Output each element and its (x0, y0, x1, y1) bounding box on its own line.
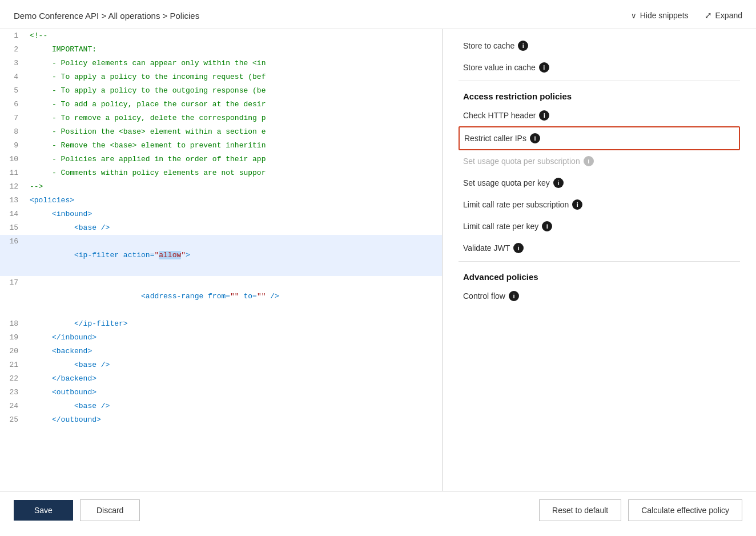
code-line: 5 - To apply a policy to the outgoing re… (0, 84, 442, 98)
header-actions: ∨ Hide snippets ⤢ Expand (631, 10, 742, 21)
code-line: 23 <outbound> (0, 386, 442, 399)
code-line: 2 IMPORTANT: (0, 43, 442, 57)
code-line: 19 </inbound> (0, 331, 442, 345)
save-button[interactable]: Save (14, 500, 73, 521)
code-line: 8 - Position the <base> element within a… (0, 125, 442, 139)
check-http-header-label: Check HTTP header (463, 111, 536, 120)
code-line: 1<!-- (0, 29, 442, 43)
expand-button[interactable]: ⤢ Expand (705, 10, 742, 21)
hide-snippets-button[interactable]: ∨ Hide snippets (631, 11, 689, 20)
code-line: 15 <base /> (0, 221, 442, 235)
code-line: 9 - Remove the <base> element to prevent… (0, 139, 442, 153)
code-editor[interactable]: 1<!-- 2 IMPORTANT: 3 - Policy elements c… (0, 29, 442, 491)
set-usage-quota-per-subscription-item: Set usage quota per subscription i (459, 150, 740, 172)
advanced-policies-title: Advanced policies (463, 272, 740, 282)
store-value-in-cache-info-icon[interactable]: i (539, 62, 549, 73)
reset-button[interactable]: Reset to default (539, 499, 621, 521)
footer: Save Discard Reset to default Calculate … (0, 491, 756, 529)
set-usage-quota-per-subscription-info-icon: i (584, 156, 594, 166)
divider (459, 81, 740, 81)
code-line: 14 <inbound> (0, 207, 442, 221)
validate-jwt-info-icon[interactable]: i (513, 243, 524, 253)
check-http-header-item[interactable]: Check HTTP header i (459, 105, 740, 126)
main-container: 1<!-- 2 IMPORTANT: 3 - Policy elements c… (0, 29, 756, 491)
store-to-cache-item[interactable]: Store to cache i (459, 35, 740, 57)
divider-2 (459, 261, 740, 262)
code-line: 6 - To add a policy, place the cursor at… (0, 98, 442, 111)
code-line: 21 <base /> (0, 358, 442, 372)
code-panel[interactable]: 1<!-- 2 IMPORTANT: 3 - Policy elements c… (0, 29, 443, 491)
store-to-cache-info-icon[interactable]: i (518, 41, 528, 51)
right-panel: Store to cache i Store value in cache i … (443, 29, 756, 491)
control-flow-info-icon[interactable]: i (509, 291, 519, 301)
store-value-in-cache-item[interactable]: Store value in cache i (459, 57, 740, 78)
limit-call-rate-per-subscription-label: Limit call rate per subscription (463, 200, 569, 209)
code-line: 24 <base /> (0, 399, 442, 413)
store-to-cache-label: Store to cache (463, 41, 514, 50)
code-line: 25 </outbound> (0, 413, 442, 427)
chevron-down-icon: ∨ (631, 11, 637, 20)
restrict-caller-ips-info-icon[interactable]: i (530, 133, 540, 143)
set-usage-quota-per-key-info-icon[interactable]: i (553, 178, 564, 188)
code-line: 20 <backend> (0, 345, 442, 358)
code-line: 11 - Comments within policy elements are… (0, 166, 442, 180)
code-line: 3 - Policy elements can appear only with… (0, 57, 442, 70)
code-line-highlighted: 16 <ip-filter action="allow"> (0, 235, 442, 276)
code-line: 10 - Policies are applied in the order o… (0, 153, 442, 166)
code-line: 17 <address-range from="" to="" /> (0, 276, 442, 317)
control-flow-label: Control flow (463, 291, 505, 301)
code-line: 13<policies> (0, 194, 442, 207)
limit-call-rate-per-subscription-info-icon[interactable]: i (572, 199, 582, 210)
restrict-caller-ips-item[interactable]: Restrict caller IPs i (459, 126, 740, 150)
validate-jwt-item[interactable]: Validate JWT i (459, 237, 740, 259)
breadcrumb: Demo Conference API > All operations > P… (14, 11, 199, 21)
store-value-in-cache-label: Store value in cache (463, 63, 536, 72)
limit-call-rate-per-subscription-item[interactable]: Limit call rate per subscription i (459, 194, 740, 215)
header: Demo Conference API > All operations > P… (0, 0, 756, 29)
set-usage-quota-per-subscription-label: Set usage quota per subscription (463, 157, 580, 166)
discard-button[interactable]: Discard (80, 499, 140, 521)
expand-icon: ⤢ (705, 10, 712, 21)
footer-right: Reset to default Calculate effective pol… (539, 499, 742, 521)
set-usage-quota-per-key-item[interactable]: Set usage quota per key i (459, 172, 740, 194)
code-line: 7 - To remove a policy, delete the corre… (0, 111, 442, 125)
limit-call-rate-per-key-info-icon[interactable]: i (542, 221, 552, 231)
code-line: 22 </backend> (0, 372, 442, 386)
code-line: 18 </ip-filter> (0, 317, 442, 331)
limit-call-rate-per-key-label: Limit call rate per key (463, 222, 538, 231)
code-line: 12--> (0, 180, 442, 194)
limit-call-rate-per-key-item[interactable]: Limit call rate per key i (459, 215, 740, 237)
set-usage-quota-per-key-label: Set usage quota per key (463, 178, 550, 187)
check-http-header-info-icon[interactable]: i (539, 110, 549, 121)
control-flow-item[interactable]: Control flow i (459, 285, 740, 307)
restrict-caller-ips-label: Restrict caller IPs (464, 134, 526, 143)
access-restriction-title: Access restriction policies (463, 91, 740, 101)
code-line: 4 - To apply a policy to the incoming re… (0, 70, 442, 84)
calculate-button[interactable]: Calculate effective policy (628, 499, 742, 521)
validate-jwt-label: Validate JWT (463, 243, 510, 253)
